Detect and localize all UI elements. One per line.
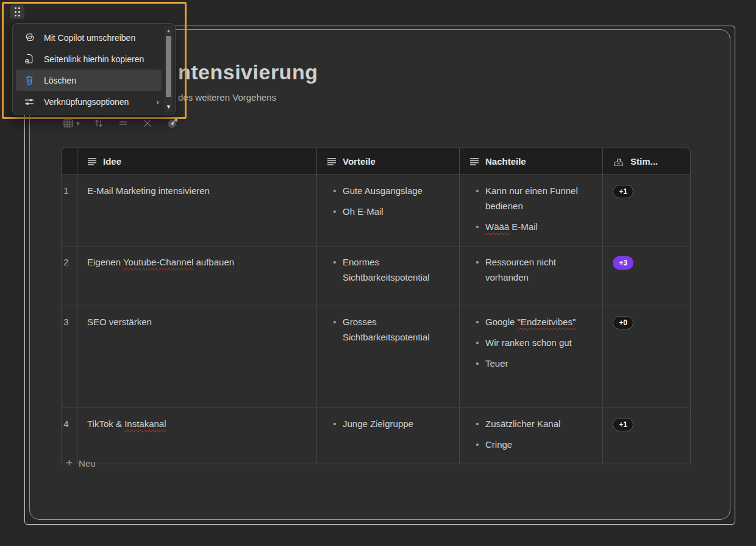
cell-text: aufbauen bbox=[193, 257, 234, 267]
drag-handle-dots-icon bbox=[15, 7, 21, 17]
cell-vorteile[interactable]: •Grosses Sichtbarkeitspotential bbox=[316, 306, 459, 408]
sort-icon[interactable] bbox=[93, 118, 104, 129]
chevron-down-icon: ▾ bbox=[76, 120, 80, 128]
bullet-dot: • bbox=[469, 356, 485, 371]
menu-scrollbar[interactable]: ▲ ▼ bbox=[164, 26, 173, 112]
cell-text: Kann nur einen Funnel bedienen bbox=[485, 185, 578, 211]
column-label: Stim... bbox=[630, 156, 658, 167]
bullet-dot: • bbox=[469, 416, 485, 431]
bullet-item: •Teuer bbox=[469, 356, 596, 371]
cell-text: Zusätzlicher Kanal bbox=[485, 418, 560, 429]
column-header-stimmen[interactable]: Stim... bbox=[602, 148, 691, 174]
vote-badge[interactable]: +3 bbox=[613, 256, 633, 270]
bullet-item: •Oh E-Mail bbox=[327, 204, 453, 219]
cell-vorteile[interactable]: •Gute Ausgangslage•Oh E-Mail bbox=[316, 175, 459, 246]
cell-text: Teuer bbox=[485, 358, 508, 368]
bullet-text: Enormes Sichtbarkeitspotential bbox=[343, 254, 435, 285]
misspelled-text: "Endzeitvibes" bbox=[518, 317, 576, 327]
bullet-dot: • bbox=[469, 335, 485, 350]
page-title: ntensivierung bbox=[178, 60, 318, 84]
cell-nachteile[interactable]: •Zusätzlicher Kanal•Cringe bbox=[459, 408, 602, 464]
cell-text: Junge Zielgruppe bbox=[343, 418, 413, 429]
row-number[interactable]: 1 bbox=[62, 175, 77, 246]
drag-handle[interactable] bbox=[10, 5, 24, 19]
text-column-icon bbox=[87, 157, 97, 166]
bullet-dot: • bbox=[469, 314, 485, 329]
bullet-dot: • bbox=[327, 254, 343, 285]
cell-text: Cringe bbox=[485, 439, 512, 450]
bullet-item: •Enormes Sichtbarkeitspotential bbox=[327, 254, 453, 285]
cell-text: Gute Ausgangslage bbox=[343, 185, 423, 196]
cell-nachteile[interactable]: •Kann nur einen Funnel bedienen•Wäää E-M… bbox=[459, 175, 602, 246]
menu-item-copilot-rewrite[interactable]: Mit Copilot umschreiben bbox=[16, 27, 162, 48]
column-header-nachteile[interactable]: Nachteile bbox=[459, 148, 602, 174]
menu-item-delete[interactable]: Löschen bbox=[16, 70, 162, 91]
vote-badge[interactable]: +0 bbox=[613, 316, 633, 329]
cell-vorteile[interactable]: •Enormes Sichtbarkeitspotential bbox=[316, 246, 459, 306]
scrollbar-thumb[interactable] bbox=[166, 36, 171, 97]
bullet-text: Wäää E-Mail bbox=[485, 219, 578, 234]
cell-text: E-Mail bbox=[509, 221, 538, 232]
bullet-dot: • bbox=[327, 183, 343, 198]
cell-text: Eigenen bbox=[87, 257, 123, 267]
text-column-icon bbox=[327, 157, 337, 166]
table-row: 4TikTok & Instakanal•Junge Zielgruppe•Zu… bbox=[62, 408, 690, 464]
cell-stimmen: +1 bbox=[602, 175, 691, 246]
cell-text: SEO verstärken bbox=[87, 317, 152, 327]
scroll-up-arrow-icon[interactable]: ▲ bbox=[166, 27, 171, 35]
bullet-dot: • bbox=[469, 254, 485, 285]
cell-text: TikTok & bbox=[87, 418, 124, 429]
bullet-item: •Kann nur einen Funnel bedienen bbox=[469, 183, 596, 214]
cell-idee[interactable]: TikTok & Instakanal bbox=[77, 408, 316, 464]
cell-idee[interactable]: Eigenen Youtube-Channel aufbauen bbox=[77, 246, 316, 306]
add-row-button[interactable]: + Neu bbox=[66, 456, 96, 470]
misspelled-text: Youtube-Channel bbox=[123, 257, 193, 267]
column-header-vorteile[interactable]: Vorteile bbox=[316, 148, 459, 174]
cell-stimmen: +0 bbox=[602, 306, 691, 408]
cell-text: E-Mail Marketing intensivieren bbox=[87, 185, 210, 196]
bullet-item: •Cringe bbox=[469, 437, 596, 452]
copilot-icon bbox=[24, 32, 35, 43]
table-view-icon[interactable]: ▾ bbox=[63, 118, 80, 129]
magic-wand-icon[interactable] bbox=[142, 118, 153, 129]
shared-location-icon[interactable] bbox=[166, 117, 180, 129]
cell-nachteile[interactable]: •Google "Endzeitvibes"•Wir ranken schon … bbox=[459, 306, 602, 408]
scroll-down-arrow-icon[interactable]: ▼ bbox=[166, 103, 171, 110]
column-header-idee[interactable]: Idee bbox=[77, 148, 316, 174]
cell-vorteile[interactable]: •Junge Zielgruppe bbox=[316, 408, 459, 464]
filter-icon[interactable] bbox=[118, 118, 129, 129]
bullet-item: •Junge Zielgruppe bbox=[327, 416, 453, 431]
row-number[interactable]: 3 bbox=[62, 306, 77, 408]
bullet-text: Wir ranken schon gut bbox=[485, 335, 578, 350]
column-label: Idee bbox=[103, 156, 121, 167]
bullet-text: Google "Endzeitvibes" bbox=[485, 314, 578, 329]
row-number[interactable]: 2 bbox=[62, 246, 77, 306]
bullet-text: Kann nur einen Funnel bedienen bbox=[485, 183, 578, 214]
row-number[interactable]: 4 bbox=[62, 408, 77, 464]
menu-item-copy-page-link[interactable]: Seitenlink hierhin kopieren bbox=[16, 48, 162, 70]
menu-item-label: Mit Copilot umschreiben bbox=[44, 33, 162, 43]
bullet-text: Cringe bbox=[485, 437, 578, 452]
cell-nachteile[interactable]: •Ressourcen nicht vorhanden bbox=[459, 246, 602, 306]
menu-item-link-options[interactable]: Verknüpfungsoptionen › bbox=[16, 91, 162, 112]
cell-stimmen: +3 bbox=[602, 246, 691, 306]
table-toolbar: ▾ bbox=[63, 117, 180, 129]
cell-text: Oh E-Mail bbox=[343, 206, 383, 217]
bullet-item: •Wäää E-Mail bbox=[469, 219, 596, 234]
column-label: Vorteile bbox=[343, 156, 376, 167]
cell-idee[interactable]: E-Mail Marketing intensivieren bbox=[77, 175, 316, 246]
bullet-dot: • bbox=[469, 183, 485, 214]
column-label: Nachteile bbox=[485, 156, 526, 167]
vote-badge[interactable]: +1 bbox=[613, 418, 633, 431]
vote-badge[interactable]: +1 bbox=[613, 185, 633, 198]
bullet-item: •Wir ranken schon gut bbox=[469, 335, 596, 350]
menu-item-label: Seitenlink hierhin kopieren bbox=[44, 54, 162, 64]
column-header-rownum[interactable] bbox=[62, 148, 77, 174]
bullet-text: Junge Zielgruppe bbox=[343, 416, 435, 431]
cell-idee[interactable]: SEO verstärken bbox=[77, 306, 316, 408]
link-options-icon bbox=[24, 97, 35, 107]
bullet-item: •Gute Ausgangslage bbox=[327, 183, 453, 198]
bullet-dot: • bbox=[327, 204, 343, 219]
cell-text: Wir ranken schon gut bbox=[485, 337, 572, 348]
cell-text: Google bbox=[485, 317, 518, 327]
